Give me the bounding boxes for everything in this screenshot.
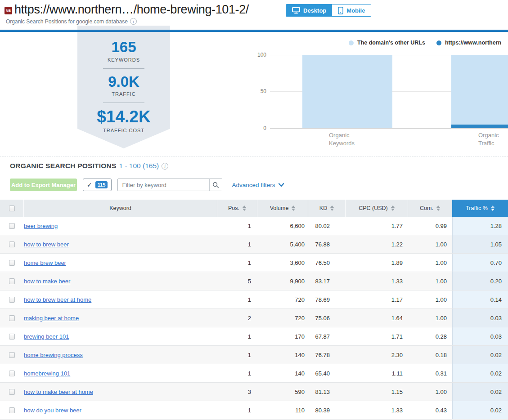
row-checkbox-cell <box>0 254 24 272</box>
row-checkbox[interactable] <box>9 334 15 340</box>
legend-label-target-url: https://www.northern <box>445 40 501 46</box>
table-row: making beer at home 2 720 75.06 1.64 1.0… <box>0 309 508 327</box>
cpc-cell: 1.71 <box>346 327 408 345</box>
desktop-toggle-button[interactable]: Desktop <box>286 4 332 16</box>
bar-organic-traffic <box>451 55 508 128</box>
row-checkbox[interactable] <box>9 407 15 413</box>
bar-organic-keywords <box>302 55 392 128</box>
keyword-link[interactable]: making beer at home <box>24 315 79 322</box>
xlabel-organic-keywords: Organic Keywords <box>329 131 363 147</box>
kd-cell: 83.17 <box>308 272 346 290</box>
com-cell: 1.00 <box>408 254 452 272</box>
legend-item-other-urls[interactable]: The domain's other URLs <box>349 40 425 46</box>
table-row: how to make beer at home 3 590 81.13 1.1… <box>0 383 508 401</box>
row-checkbox[interactable] <box>9 371 15 376</box>
keywords-stat-value: 165 <box>77 40 170 55</box>
advanced-filters-link[interactable]: Advanced filters <box>232 182 283 188</box>
row-checkbox[interactable] <box>9 241 15 247</box>
keyword-link[interactable]: how do you brew beer <box>24 407 81 414</box>
table-row: brewing beer 101 1 170 67.87 1.71 0.28 0… <box>0 327 508 346</box>
row-checkbox[interactable] <box>9 352 15 358</box>
row-checkbox[interactable] <box>9 223 15 229</box>
kd-cell: 65.40 <box>308 364 346 382</box>
table-row: how to brew beer 1 5,400 76.88 1.22 1.00… <box>0 235 508 254</box>
row-checkbox-cell <box>0 217 24 235</box>
volume-cell: 720 <box>257 290 308 308</box>
traffic-stat-value: 9.0K <box>77 74 170 90</box>
keyword-link[interactable]: home brew beer <box>24 259 66 266</box>
pos-cell: 5 <box>217 272 257 290</box>
row-checkbox[interactable] <box>9 297 15 303</box>
keyword-link[interactable]: how to make beer <box>24 278 70 285</box>
stat-divider <box>103 103 144 103</box>
keyword-link[interactable]: home brewing process <box>24 352 83 358</box>
volume-cell: 5,400 <box>257 235 308 253</box>
table-header-row: Keyword Pos. Volume KD CPC (USD) Com. Tr… <box>0 200 508 217</box>
keyword-cell: how to make beer <box>24 272 217 290</box>
keyword-link[interactable]: how to brew beer <box>24 241 69 248</box>
kd-cell: 75.06 <box>308 309 346 327</box>
header-traffic-pct-label: Traffic % <box>466 205 488 211</box>
header-volume[interactable]: Volume <box>257 200 308 217</box>
info-icon[interactable]: i <box>130 18 137 25</box>
header-traffic-pct[interactable]: Traffic % <box>452 200 508 217</box>
legend-item-target-url[interactable]: https://www.northern <box>436 40 501 46</box>
row-checkbox-cell <box>0 364 24 382</box>
header-pos-label: Pos. <box>228 205 239 211</box>
table-row: beer brewing 1 6,600 80.02 1.77 0.99 1.2… <box>0 217 508 235</box>
ytick-50: 50 <box>253 88 266 94</box>
header-kd[interactable]: KD <box>308 200 346 217</box>
volume-cell: 140 <box>257 364 308 382</box>
info-icon[interactable]: i <box>162 163 168 170</box>
header-cpc[interactable]: CPC (USD) <box>346 200 408 217</box>
row-checkbox[interactable] <box>9 278 15 284</box>
volume-cell: 170 <box>257 327 308 345</box>
pos-cell: 1 <box>217 364 257 382</box>
row-checkbox[interactable] <box>9 389 15 395</box>
search-button[interactable] <box>209 179 222 191</box>
volume-cell: 6,600 <box>257 217 308 235</box>
traffic-pct-cell: 0.02 <box>452 401 508 419</box>
traffic-pct-cell: 0.14 <box>452 290 508 308</box>
cpc-cell: 1.77 <box>346 217 408 235</box>
desktop-monitor-icon <box>292 7 300 14</box>
keyword-link[interactable]: how to make beer at home <box>24 389 93 395</box>
volume-cell: 590 <box>257 383 308 401</box>
keyword-link[interactable]: brewing beer 101 <box>24 333 69 340</box>
sort-icon <box>292 206 295 211</box>
kd-cell: 78.69 <box>308 290 346 308</box>
select-all-checkbox[interactable] <box>9 206 15 211</box>
keyword-link[interactable]: beer brewing <box>24 223 58 229</box>
mobile-phone-icon <box>338 7 343 14</box>
header-select-all[interactable] <box>0 200 24 217</box>
header-pos[interactable]: Pos. <box>217 200 257 217</box>
organic-positions-table: Keyword Pos. Volume KD CPC (USD) Com. Tr… <box>0 200 508 420</box>
mobile-toggle-label: Mobile <box>346 7 365 14</box>
row-checkbox[interactable] <box>9 260 15 266</box>
select-all-button[interactable]: ✓ 115 <box>83 179 112 191</box>
header-volume-label: Volume <box>270 205 289 211</box>
row-checkbox-cell <box>0 290 24 308</box>
filter-keyword-input[interactable] <box>118 179 209 191</box>
cpc-cell: 1.89 <box>346 254 408 272</box>
keyword-link[interactable]: how to brew beer at home <box>24 296 91 303</box>
keyword-link[interactable]: homebrewing 101 <box>24 370 70 377</box>
keyword-cell: how to make beer at home <box>24 383 217 401</box>
section-accent-bar <box>0 30 508 32</box>
mobile-toggle-button[interactable]: Mobile <box>332 4 371 16</box>
header-cpc-label: CPC (USD) <box>359 205 388 211</box>
row-checkbox-cell <box>0 235 24 253</box>
traffic-cost-stat-label: TRAFFIC COST <box>77 128 170 133</box>
com-cell: 0.99 <box>408 217 452 235</box>
keyword-cell: beer brewing <box>24 217 217 235</box>
pos-cell: 1 <box>217 346 257 364</box>
cpc-cell: 1.33 <box>346 401 408 419</box>
add-to-export-manager-button[interactable]: Add to Export Manager <box>10 179 77 191</box>
header-com[interactable]: Com. <box>408 200 452 217</box>
header-keyword[interactable]: Keyword <box>24 200 217 217</box>
com-cell: 0.28 <box>408 327 452 345</box>
keyword-cell: home brew beer <box>24 254 217 272</box>
check-icon: ✓ <box>87 181 92 188</box>
row-checkbox[interactable] <box>9 315 15 321</box>
cpc-cell: 1.33 <box>346 272 408 290</box>
